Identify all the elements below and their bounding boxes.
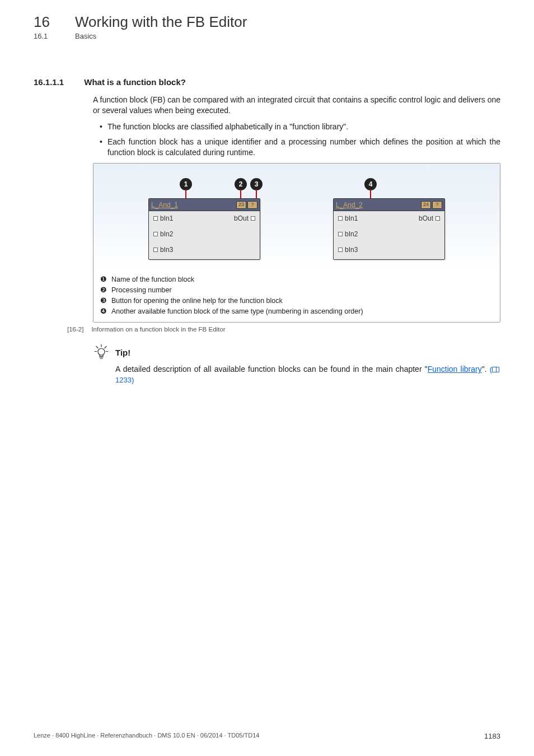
figure-caption: [16-2] Information on a function block i… <box>67 326 500 333</box>
fb1-help-button[interactable]: ? <box>247 201 257 209</box>
section-header: 16.1 Basics <box>34 32 500 40</box>
fb1-out: bOut <box>209 214 255 222</box>
chapter-number: 16 <box>34 13 56 31</box>
subsection-header: 16.1.1.1 What is a function block? <box>34 77 500 87</box>
figure-graphic-area: 1 2 3 L_And_1 23 ? <box>93 164 500 270</box>
function-block-2: L_And_2 24 ? bIn1 bIn2 bIn3 b <box>333 198 445 260</box>
function-block-1-wrap: 1 2 3 L_And_1 23 ? <box>148 179 260 260</box>
tip-text-post: ". <box>482 365 490 374</box>
fb1-header: L_And_1 23 ? <box>149 199 260 211</box>
svg-point-5 <box>98 349 105 356</box>
bullet-item: Each function block has a unique identif… <box>100 137 500 158</box>
tip-body: A detailed description of all available … <box>115 364 500 385</box>
figure-caption-label: [16-2] <box>67 326 83 333</box>
fb1-in2: bIn2 <box>153 230 200 238</box>
footer-page-number: 1183 <box>484 732 500 740</box>
figure-caption-text: Information on a function block in the F… <box>91 326 225 333</box>
legend-text-3: Button for opening the online help for t… <box>111 296 283 306</box>
intro-paragraph: A function block (FB) can be compared wi… <box>93 95 500 116</box>
legend-sym-3: ❸ <box>99 296 108 306</box>
lightbulb-icon <box>93 344 110 361</box>
bullet-item: The function blocks are classified alpha… <box>100 122 500 132</box>
footer-left: Lenze · 8400 HighLine · Referenzhandbuch… <box>34 732 259 740</box>
figure-box: 1 2 3 L_And_1 23 ? <box>93 163 500 323</box>
fb1-outputs: bOut <box>204 211 260 259</box>
fb1-title: L_And_1 <box>151 201 178 209</box>
legend-sym-2: ❷ <box>99 285 108 296</box>
callout-1-badge: 1 <box>180 178 192 190</box>
fb1-inputs: bIn1 bIn2 bIn3 <box>149 211 204 259</box>
fb2-inputs: bIn1 bIn2 bIn3 <box>334 211 389 259</box>
chapter-header: 16 Working with the FB Editor <box>34 13 500 31</box>
fb2-in1: bIn1 <box>338 214 385 222</box>
callout-4-badge: 4 <box>364 178 377 190</box>
fb2-in2: bIn2 <box>338 230 385 238</box>
fb2-outputs: bOut <box>389 211 444 259</box>
callout-3-badge: 3 <box>250 178 263 190</box>
fb2-in3: bIn3 <box>338 246 385 254</box>
fb1-proc-button[interactable]: 23 <box>236 201 246 209</box>
function-block-1: L_And_1 23 ? bIn1 bIn2 bIn3 b <box>148 198 260 260</box>
book-icon <box>492 367 499 372</box>
svg-line-2 <box>105 347 106 348</box>
tip-text-pre: A detailed description of all available … <box>115 365 428 374</box>
callout-2-badge: 2 <box>235 178 247 190</box>
section-number: 16.1 <box>34 32 56 40</box>
section-title: Basics <box>75 32 96 40</box>
fb1-in3: bIn3 <box>153 246 200 254</box>
legend-text-1: Name of the function block <box>111 274 194 285</box>
fb2-out: bOut <box>394 214 440 222</box>
fb2-proc-button[interactable]: 24 <box>421 201 431 209</box>
page-ref-num: 1233) <box>115 376 134 384</box>
subsection-title: What is a function block? <box>84 77 186 87</box>
tip-block: Tip! A detailed description of all avail… <box>93 344 500 385</box>
legend-text-2: Processing number <box>111 285 172 296</box>
tip-label: Tip! <box>115 348 130 357</box>
fb2-help-button[interactable]: ? <box>432 201 442 209</box>
legend-text-4: Another available function block of the … <box>111 306 363 317</box>
legend-sym-1: ❶ <box>99 274 108 285</box>
subsection-number: 16.1.1.1 <box>34 77 64 87</box>
legend-sym-4: ❹ <box>99 306 108 317</box>
function-library-link[interactable]: Function library <box>428 365 482 374</box>
fb2-header: L_And_2 24 ? <box>334 199 444 211</box>
fb2-title: L_And_2 <box>336 201 363 209</box>
chapter-title: Working with the FB Editor <box>75 13 247 31</box>
fb1-in1: bIn1 <box>153 214 200 222</box>
svg-line-1 <box>96 347 98 348</box>
function-block-2-wrap: 4 L_And_2 24 ? bIn1 bIn2 <box>333 179 445 260</box>
separator-dashes: _ _ _ _ _ _ _ _ _ _ _ _ _ _ _ _ _ _ _ _ … <box>34 56 500 65</box>
bullet-list: The function blocks are classified alpha… <box>93 122 500 158</box>
page-footer: Lenze · 8400 HighLine · Referenzhandbuch… <box>34 732 500 740</box>
figure-legend: ❶Name of the function block ❷Processing … <box>93 270 500 322</box>
